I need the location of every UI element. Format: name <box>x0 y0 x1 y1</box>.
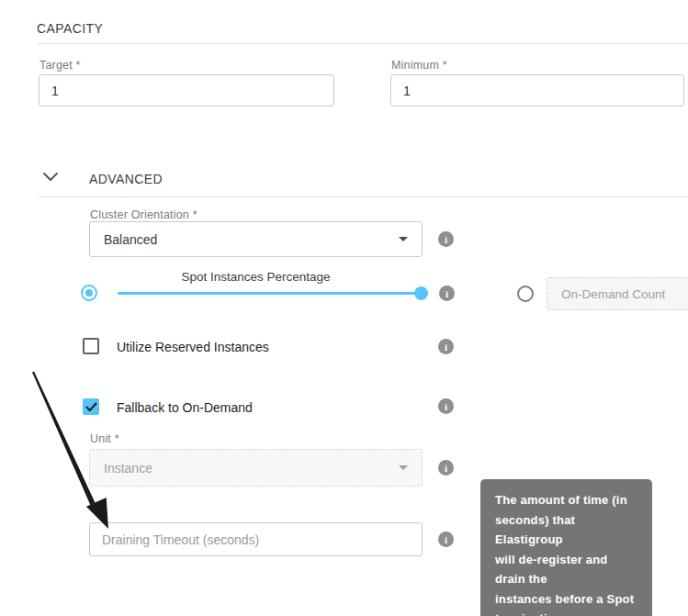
target-input[interactable] <box>39 74 334 106</box>
spot-percentage-radio[interactable] <box>81 285 97 301</box>
tooltip-line: instances before a Spot <box>495 589 637 610</box>
advanced-divider <box>39 196 688 197</box>
on-demand-count-radio[interactable] <box>517 286 534 302</box>
tooltip-line: termination. <box>495 609 637 616</box>
fallback-on-demand-checkbox[interactable] <box>83 398 99 415</box>
info-glyph: i <box>445 534 447 545</box>
draining-timeout-tooltip: The amount of time (in seconds) that Ela… <box>480 479 652 616</box>
spot-percentage-slider-thumb[interactable] <box>414 286 428 300</box>
fallback-on-demand-info-icon[interactable]: i <box>438 398 454 414</box>
spot-percentage-slider[interactable] <box>118 292 422 295</box>
minimum-input[interactable] <box>390 74 684 106</box>
caret-down-icon <box>399 237 408 241</box>
cluster-orientation-label: Cluster Orientation * <box>90 208 197 221</box>
spot-percentage-label: Spot Instances Percentage <box>89 270 423 284</box>
minimum-label: Minimum * <box>391 59 447 72</box>
info-glyph: i <box>445 463 447 474</box>
spot-percentage-info-icon[interactable]: i <box>439 286 455 301</box>
utilize-reserved-label: Utilize Reserved Instances <box>117 340 269 354</box>
cluster-orientation-info-icon[interactable]: i <box>438 231 454 247</box>
utilize-reserved-checkbox[interactable] <box>83 338 99 354</box>
caret-down-icon <box>399 465 408 470</box>
checkmark-icon <box>85 402 97 412</box>
info-glyph: i <box>445 401 447 412</box>
capacity-settings-page: CAPACITY Target * Minimum * ADVANCED Clu… <box>0 0 688 616</box>
target-label: Target * <box>39 59 81 72</box>
unit-select: Instance <box>89 449 423 487</box>
tooltip-line: will de-register and drain the <box>495 550 637 589</box>
fallback-on-demand-label: Fallback to On-Demand <box>117 400 253 415</box>
info-glyph: i <box>445 234 447 245</box>
unit-label: Unit * <box>90 432 119 445</box>
on-demand-count-input <box>547 277 688 310</box>
capacity-section-title: CAPACITY <box>37 21 103 36</box>
cluster-orientation-value: Balanced <box>104 232 157 247</box>
advanced-section-title[interactable]: ADVANCED <box>89 172 163 186</box>
unit-value: Instance <box>104 461 152 476</box>
draining-timeout-input[interactable] <box>89 522 423 556</box>
draining-timeout-info-icon[interactable]: i <box>438 532 454 547</box>
tooltip-line: The amount of time (in <box>495 490 637 510</box>
cluster-orientation-select[interactable]: Balanced <box>89 221 423 257</box>
info-glyph: i <box>446 288 448 299</box>
tooltip-line: seconds) that Elastigroup <box>495 510 637 550</box>
unit-info-icon[interactable]: i <box>438 460 454 476</box>
advanced-chevron-down-icon[interactable] <box>42 172 59 183</box>
info-glyph: i <box>445 342 447 353</box>
utilize-reserved-info-icon[interactable]: i <box>438 339 454 354</box>
capacity-divider <box>37 43 688 44</box>
